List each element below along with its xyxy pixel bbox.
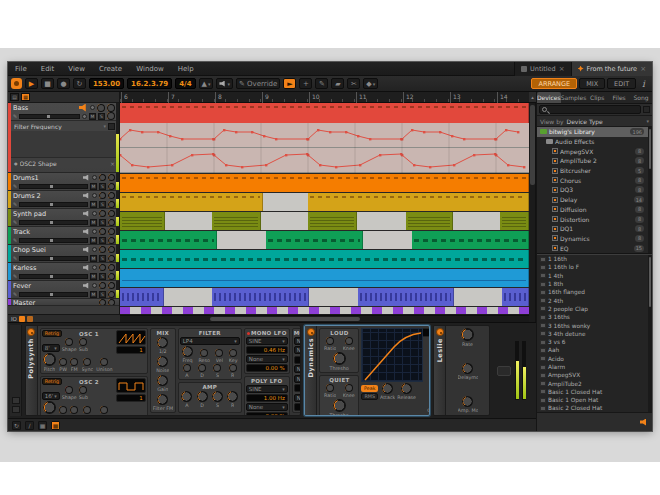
mute-speaker-icon[interactable]: [83, 283, 90, 289]
sync-knob[interactable]: [83, 358, 91, 366]
view-button-mix[interactable]: MIX: [579, 78, 605, 89]
vertical-scrollbar[interactable]: ▴: [529, 92, 536, 322]
mono-lfo-amount-value[interactable]: 0.00 %: [246, 364, 288, 372]
track-knob[interactable]: [108, 246, 115, 253]
modulation-dest-select[interactable]: None▾: [294, 365, 302, 373]
volume-fader[interactable]: [19, 292, 88, 297]
clip[interactable]: [120, 250, 529, 268]
stop-button[interactable]: ■: [41, 78, 54, 89]
pencil-icon[interactable]: ✎: [13, 183, 17, 189]
fader-thumb[interactable]: [50, 221, 53, 224]
view-button-edit[interactable]: EDIT: [607, 78, 636, 89]
tree-scrollbar[interactable]: [648, 127, 652, 253]
device-item-dq3[interactable]: DQ38: [537, 185, 652, 195]
add-automation-lane-button[interactable]: [108, 123, 115, 130]
device-item-amplitube-2[interactable]: AmpliTube 28: [537, 156, 652, 166]
record-button[interactable]: ●: [57, 78, 70, 89]
leslie-delaymod-knob[interactable]: [462, 363, 473, 374]
clip[interactable]: [406, 212, 453, 230]
osc2-sub-knob[interactable]: [79, 386, 87, 394]
pitch-knob[interactable]: [43, 401, 56, 414]
mute-button[interactable]: M: [90, 183, 97, 190]
fever-lane[interactable]: [120, 288, 529, 306]
record-arm-button[interactable]: [92, 229, 97, 234]
preset-item[interactable]: 1 8th: [537, 280, 652, 288]
solo-button[interactable]: S: [99, 183, 106, 190]
track-knob[interactable]: [108, 299, 115, 306]
noise-knob[interactable]: [157, 356, 168, 367]
pencil-icon[interactable]: ✎: [13, 291, 17, 297]
bitwig-logo-icon[interactable]: [11, 78, 22, 89]
track-header-bass[interactable]: Bass ✎ M S Filter: [8, 103, 119, 173]
record-arm-button[interactable]: [90, 105, 95, 110]
osc1-voices-display[interactable]: 1: [116, 346, 146, 354]
pan-knob[interactable]: [108, 219, 115, 226]
preset-item[interactable]: Basic 1 Closed Hat: [537, 388, 652, 396]
mute-speaker-icon[interactable]: [79, 104, 88, 112]
audition-speaker-icon[interactable]: [640, 419, 648, 426]
pencil-icon[interactable]: ✎: [13, 273, 17, 279]
preset-item[interactable]: 1 16th lo F: [537, 263, 652, 271]
synthpad-lane[interactable]: [120, 212, 529, 230]
volume-fader[interactable]: [19, 202, 88, 207]
slash-tool-icon[interactable]: /: [25, 421, 34, 430]
chain-nav-icon[interactable]: [12, 397, 20, 404]
chain-nav-icon[interactable]: [12, 406, 20, 413]
timeline-ruler[interactable]: 67891011121314: [120, 92, 529, 103]
device-item-ampegsvx[interactable]: AmpegSVX8: [537, 146, 652, 156]
track-knob[interactable]: [99, 228, 106, 235]
track-knob[interactable]: [99, 264, 106, 271]
automation-toggle-icon[interactable]: ▤: [10, 93, 19, 101]
fader-thumb[interactable]: [50, 185, 53, 188]
preset-item[interactable]: 3 vs 6: [537, 338, 652, 346]
mute-speaker-icon[interactable]: [83, 229, 90, 235]
reso-knob[interactable]: [200, 349, 208, 357]
preset-item[interactable]: Aah: [537, 346, 652, 354]
track-knob[interactable]: [108, 210, 115, 217]
track-knob[interactable]: [107, 104, 115, 112]
pan-knob[interactable]: [108, 291, 115, 298]
device-item-dq1[interactable]: DQ18: [537, 224, 652, 234]
horizontal-scrollbar[interactable]: [120, 315, 529, 322]
knife-tool-button[interactable]: ✂: [347, 78, 360, 89]
clip[interactable]: [308, 193, 529, 211]
chopsuei-lane[interactable]: [120, 250, 529, 268]
view-by-selector[interactable]: View by Device Type ▾: [537, 116, 652, 127]
osc2-voices-display[interactable]: 1: [116, 394, 146, 402]
device-item-chorus[interactable]: Chorus8: [537, 175, 652, 185]
leslie-tab[interactable]: Leslie: [434, 326, 446, 415]
device-item-bitcrusher[interactable]: Bitcrusher5: [537, 166, 652, 176]
browser-tab-files[interactable]: Files: [608, 92, 630, 103]
record-arm-button[interactable]: [92, 283, 97, 288]
loop-button[interactable]: ↻: [73, 78, 86, 89]
preset-item[interactable]: Acido: [537, 355, 652, 363]
view-button-arrange[interactable]: ARRANGE: [531, 78, 577, 89]
modulation-amount-value[interactable]: 0.00 %: [294, 384, 302, 392]
clip[interactable]: [212, 212, 261, 230]
quiet-ratio-knob[interactable]: [326, 384, 334, 392]
mute-speaker-icon[interactable]: [83, 211, 90, 217]
r-knob[interactable]: [227, 391, 238, 402]
snap-grid-icon[interactable]: ▦: [51, 421, 60, 430]
track-header-karless[interactable]: Karless✎MS: [8, 263, 119, 281]
bass-clip-lane[interactable]: [120, 103, 529, 123]
automation-curve[interactable]: [120, 148, 529, 173]
io-toggle-icon[interactable]: [27, 316, 33, 322]
loud-knee-knob[interactable]: [345, 337, 353, 345]
freq-knob[interactable]: [182, 346, 193, 357]
pencil-icon[interactable]: ✎: [13, 219, 17, 225]
pw-knob[interactable]: [59, 406, 67, 414]
arranger-timeline[interactable]: 67891011121314: [120, 92, 529, 322]
filter-fm-knob[interactable]: [157, 394, 168, 405]
library-row[interactable]: bitwig's Library196: [537, 127, 652, 137]
solo-button[interactable]: S: [99, 255, 106, 262]
empty-rack-area[interactable]: [493, 325, 534, 416]
mute-button[interactable]: M: [90, 255, 97, 262]
clip[interactable]: [266, 231, 363, 249]
leslie-ampmod-knob[interactable]: [462, 396, 473, 407]
preset-item[interactable]: 2 4th: [537, 296, 652, 304]
track-header-fever[interactable]: Fever✎MS: [8, 281, 119, 299]
release-knob[interactable]: [401, 383, 412, 394]
clip[interactable]: [120, 212, 165, 230]
fader-thumb[interactable]: [50, 257, 53, 260]
